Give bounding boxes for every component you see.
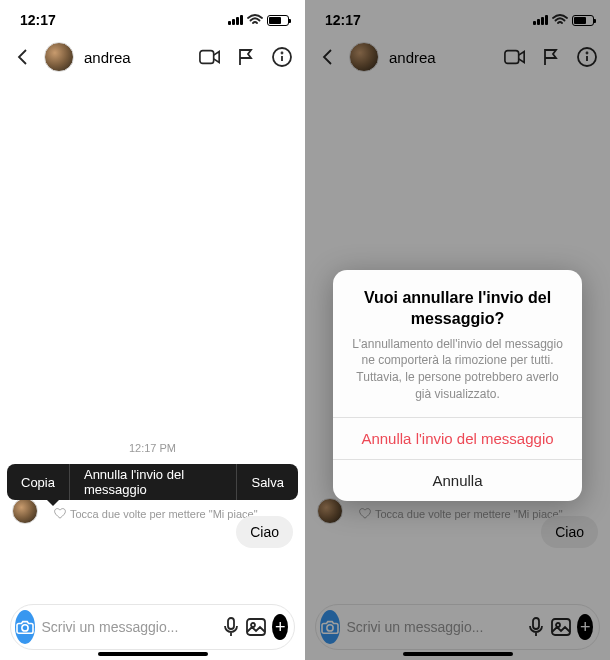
like-hint: Tocca due volte per mettere "Mi piace"	[54, 508, 258, 520]
svg-rect-6	[247, 619, 265, 635]
context-save[interactable]: Salva	[237, 464, 298, 500]
gallery-icon[interactable]	[246, 616, 266, 638]
signal-icon	[228, 15, 243, 25]
svg-rect-13	[533, 618, 539, 629]
like-hint: Tocca due volte per mettere "Mi piace"	[359, 508, 563, 520]
phone-left: 12:17 andrea 12:17 PM	[0, 0, 305, 660]
home-indicator[interactable]	[403, 652, 513, 656]
svg-rect-14	[552, 619, 570, 635]
wifi-icon	[552, 14, 568, 26]
svg-rect-0	[200, 51, 214, 64]
status-time: 12:17	[325, 12, 361, 28]
status-bar: 12:17	[0, 0, 305, 34]
camera-button[interactable]	[320, 610, 340, 644]
svg-rect-5	[228, 618, 234, 629]
svg-point-4	[22, 625, 28, 631]
context-menu: Copia Annulla l'invio del messaggio Salv…	[7, 464, 298, 500]
alert-message: L'annullamento dell'invio del messaggio …	[351, 336, 564, 403]
status-bar: 12:17	[305, 0, 610, 34]
flag-icon[interactable]	[540, 46, 562, 68]
composer: +	[315, 604, 600, 650]
mic-icon[interactable]	[527, 616, 545, 638]
chat-username[interactable]: andrea	[84, 49, 131, 66]
video-call-icon[interactable]	[504, 46, 526, 68]
status-time: 12:17	[20, 12, 56, 28]
svg-rect-8	[505, 51, 519, 64]
back-button[interactable]	[317, 46, 339, 68]
svg-point-3	[282, 53, 283, 54]
alert-confirm-button[interactable]: Annulla l'invio del messaggio	[333, 417, 582, 459]
heart-outline-icon	[359, 508, 371, 520]
svg-point-11	[587, 53, 588, 54]
alert-title: Vuoi annullare l'invio del messaggio?	[351, 288, 564, 330]
context-copy[interactable]: Copia	[7, 464, 69, 500]
chat-username[interactable]: andrea	[389, 49, 436, 66]
sent-message[interactable]: Ciao	[541, 516, 598, 548]
context-unsend[interactable]: Annulla l'invio del messaggio	[69, 464, 238, 500]
camera-button[interactable]	[15, 610, 35, 644]
sender-avatar[interactable]	[12, 498, 38, 524]
avatar[interactable]	[44, 42, 74, 72]
add-button[interactable]: +	[577, 614, 593, 640]
mic-icon[interactable]	[222, 616, 240, 638]
battery-icon	[572, 15, 594, 26]
sent-bubble: Ciao	[541, 516, 598, 548]
composer: +	[10, 604, 295, 650]
alert-cancel-button[interactable]: Annulla	[333, 459, 582, 501]
chat-area: 12:17 PM Ciao Tocca due volte per metter…	[0, 80, 305, 600]
chat-header: andrea	[305, 34, 610, 80]
message-input[interactable]	[346, 619, 521, 635]
video-call-icon[interactable]	[199, 46, 221, 68]
flag-icon[interactable]	[235, 46, 257, 68]
info-icon[interactable]	[271, 46, 293, 68]
sent-bubble: Ciao	[236, 516, 293, 548]
sent-message[interactable]: Ciao	[236, 516, 293, 548]
gallery-icon[interactable]	[551, 616, 571, 638]
avatar[interactable]	[349, 42, 379, 72]
wifi-icon	[247, 14, 263, 26]
back-button[interactable]	[12, 46, 34, 68]
signal-icon	[533, 15, 548, 25]
unsend-alert: Vuoi annullare l'invio del messaggio? L'…	[333, 270, 582, 501]
heart-outline-icon	[54, 508, 66, 520]
chat-header: andrea	[0, 34, 305, 80]
sender-avatar[interactable]	[317, 498, 343, 524]
add-button[interactable]: +	[272, 614, 288, 640]
message-input[interactable]	[41, 619, 216, 635]
svg-point-12	[327, 625, 333, 631]
info-icon[interactable]	[576, 46, 598, 68]
home-indicator[interactable]	[98, 652, 208, 656]
battery-icon	[267, 15, 289, 26]
phone-right: 12:17 andrea 12:17 PM	[305, 0, 610, 660]
message-timestamp: 12:17 PM	[0, 442, 305, 454]
